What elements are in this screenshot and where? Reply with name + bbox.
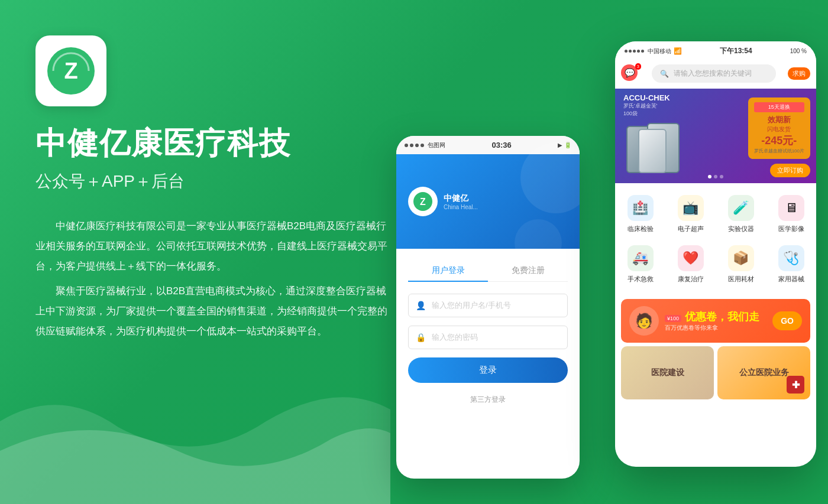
clinical-icon: 🏥 bbox=[632, 200, 648, 216]
category-rehab[interactable]: ❤️ 康复治疗 bbox=[665, 239, 716, 290]
coupon-main-text: 优惠卷，我们走 bbox=[685, 310, 759, 324]
front-status-bar: 中国移动 📶 下午13:54 100 % bbox=[615, 41, 816, 58]
clinical-label: 临床检验 bbox=[628, 225, 654, 233]
lab-icon: 🧪 bbox=[733, 200, 749, 216]
promo-title: 效期新 bbox=[754, 115, 804, 125]
imaging-icon-box: 🖥 bbox=[778, 195, 804, 221]
home-icon: 🩺 bbox=[783, 251, 799, 266]
card-public-hospital[interactable]: 公立医院业务 ✚ bbox=[717, 346, 810, 399]
rehab-icon-box: ❤️ bbox=[678, 245, 704, 271]
battery-front: 100 % bbox=[790, 48, 807, 54]
banner-product: ACCU-CHEK 罗氏'卓越金芙' 100袋 bbox=[623, 93, 688, 179]
promo-sub: 闪电发货 bbox=[754, 125, 804, 134]
back-company-name: 中健亿 bbox=[444, 193, 478, 204]
banner-cta-button[interactable]: 立即订购 bbox=[770, 164, 810, 177]
coupon-sub-text: 百万优惠卷等你来拿 bbox=[665, 324, 772, 332]
svg-text:Z: Z bbox=[420, 197, 426, 207]
consumables-label: 医用耗材 bbox=[728, 275, 754, 284]
phones-container: 包图网 03:36 ▶ 🔋 Z 中健亿 China Heal... bbox=[396, 0, 828, 504]
dot-1 bbox=[708, 175, 711, 178]
coupon-character: 🧑 bbox=[629, 306, 659, 336]
company-sub: 公众号＋APP＋后台 bbox=[35, 170, 390, 193]
search-bar[interactable]: 🔍 请输入您想搜索的关键词 bbox=[652, 64, 776, 83]
home-label: 家用器械 bbox=[778, 275, 804, 284]
bottom-cards: 医院建设 公立医院业务 ✚ bbox=[615, 346, 816, 399]
imaging-icon: 🖥 bbox=[785, 200, 798, 216]
password-input-group[interactable]: 🔒 输入您的密码 bbox=[408, 326, 568, 349]
category-lab[interactable]: 🧪 实验仪器 bbox=[716, 189, 766, 239]
ultrasound-icon-box: 📺 bbox=[678, 195, 704, 221]
dot-2 bbox=[714, 175, 717, 178]
back-logo-area: Z 中健亿 China Heal... bbox=[408, 187, 478, 216]
banner-dots bbox=[708, 175, 723, 178]
banner-promo-box: 15天退换 效期新 闪电发货 -245元- 罗氏卓越血糖试纸100片 bbox=[748, 97, 810, 159]
svg-text:Z: Z bbox=[64, 58, 77, 83]
promo-label: 15天退换 bbox=[754, 102, 804, 112]
phone-back: 包图网 03:36 ▶ 🔋 Z 中健亿 China Heal... bbox=[396, 136, 580, 479]
login-button[interactable]: 登录 bbox=[408, 357, 568, 383]
category-grid: 🏥 临床检验 📺 电子超声 🧪 实验仪器 🖥 医学影像 bbox=[615, 183, 816, 295]
surgery-icon-box: 🚑 bbox=[628, 245, 654, 271]
wifi-icon: 📶 bbox=[674, 47, 682, 55]
clinical-icon-box: 🏥 bbox=[628, 195, 654, 221]
back-logo-circle: Z bbox=[408, 187, 438, 216]
lab-label: 实验仪器 bbox=[728, 225, 754, 233]
search-row: 💬 3 🔍 请输入您想搜索的关键词 求购 bbox=[615, 58, 816, 89]
password-placeholder: 输入您的密码 bbox=[432, 332, 478, 343]
phone-front: 中国移动 📶 下午13:54 100 % 💬 3 🔍 请输入您想搜索的关键词 求… bbox=[615, 41, 816, 467]
lab-icon-box: 🧪 bbox=[728, 195, 754, 221]
dot-3 bbox=[720, 175, 723, 178]
left-content-panel: Z 中健亿康医疗科技 公众号＋APP＋后台 中健亿康医疗科技有限公司是一家专业从… bbox=[35, 35, 390, 342]
category-home[interactable]: 🩺 家用器械 bbox=[766, 239, 816, 290]
login-panel: 用户登录 免费注册 👤 输入您的用户名/手机号 🔒 输入您的密码 登录 第三方登… bbox=[396, 249, 580, 422]
coupon-banner[interactable]: 🧑 ¥100 优惠卷，我们走 百万优惠卷等你来拿 GO bbox=[621, 299, 810, 343]
coupon-text-area: ¥100 优惠卷，我们走 百万优惠卷等你来拿 bbox=[665, 310, 772, 332]
consumables-icon-box: 📦 bbox=[728, 245, 754, 271]
user-icon: 👤 bbox=[416, 301, 426, 310]
coupon-go-button[interactable]: GO bbox=[772, 311, 802, 330]
consumables-icon: 📦 bbox=[733, 251, 749, 266]
category-surgery[interactable]: 🚑 手术急救 bbox=[615, 239, 665, 290]
rehab-label: 康复治疗 bbox=[678, 275, 704, 284]
promo-note: 罗氏卓越血糖试纸100片 bbox=[754, 148, 804, 154]
company-description: 中健亿康医疗科技有限公司是一家专业从事医疗器械B2B电商及医疗器械行业相关服务的… bbox=[35, 216, 390, 342]
category-imaging[interactable]: 🖥 医学影像 bbox=[766, 189, 816, 239]
category-consumables[interactable]: 📦 医用耗材 bbox=[716, 239, 766, 290]
time-back: 03:36 bbox=[491, 141, 511, 149]
ultrasound-label: 电子超声 bbox=[678, 225, 704, 233]
company-name: 中健亿康医疗科技 bbox=[35, 123, 390, 164]
imaging-label: 医学影像 bbox=[778, 225, 804, 233]
search-icon: 🔍 bbox=[660, 70, 669, 78]
tab-login[interactable]: 用户登录 bbox=[408, 261, 488, 282]
category-ultrasound[interactable]: 📺 电子超声 bbox=[665, 189, 716, 239]
category-clinical[interactable]: 🏥 临床检验 bbox=[615, 189, 665, 239]
surgery-label: 手术急救 bbox=[628, 275, 654, 284]
time-front: 下午13:54 bbox=[720, 46, 752, 56]
product-image bbox=[623, 120, 688, 179]
logo-box: Z bbox=[35, 35, 106, 106]
notification-area[interactable]: 💬 3 bbox=[621, 64, 640, 83]
public-hospital-label: 公立医院业务 bbox=[739, 368, 789, 378]
search-placeholder-text: 请输入您想搜索的关键词 bbox=[674, 69, 752, 79]
cross-icon: ✚ bbox=[787, 376, 804, 394]
company-logo: Z bbox=[44, 44, 98, 97]
card-hospital[interactable]: 医院建设 bbox=[621, 346, 714, 399]
promo-price: -245元- bbox=[754, 134, 804, 148]
search-button[interactable]: 求购 bbox=[788, 67, 810, 80]
wave-decoration bbox=[0, 374, 390, 504]
carrier-front: 中国移动 bbox=[648, 47, 671, 56]
hospital-label: 医院建设 bbox=[651, 368, 684, 378]
home-icon-box: 🩺 bbox=[778, 245, 804, 271]
surgery-icon: 🚑 bbox=[632, 251, 648, 266]
banner-area: ACCU-CHEK 罗氏'卓越金芙' 100袋 15天退换 效期新 闪电发货 -… bbox=[615, 89, 816, 183]
ultrasound-icon: 📺 bbox=[683, 200, 698, 216]
back-company-sub: China Heal... bbox=[444, 204, 478, 210]
carrier-back: 包图网 bbox=[428, 141, 445, 149]
username-placeholder: 输入您的用户名/手机号 bbox=[432, 300, 511, 311]
lock-icon: 🔒 bbox=[416, 333, 426, 342]
coupon-badge: ¥100 bbox=[665, 315, 681, 322]
rehab-icon: ❤️ bbox=[683, 251, 698, 266]
username-input-group[interactable]: 👤 输入您的用户名/手机号 bbox=[408, 294, 568, 317]
third-party-login: 第三方登录 bbox=[408, 395, 568, 411]
back-header: Z 中健亿 China Heal... bbox=[396, 154, 580, 249]
